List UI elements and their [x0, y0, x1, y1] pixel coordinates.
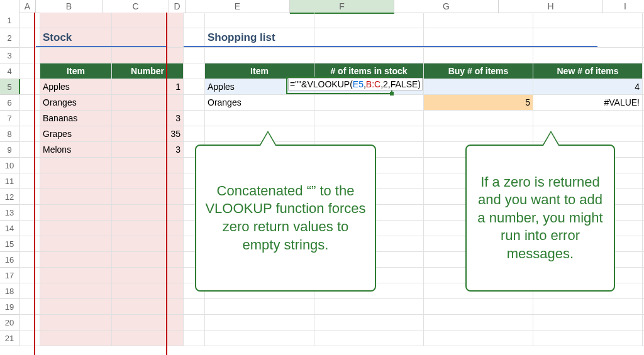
cell-B15[interactable] — [40, 236, 112, 252]
cell-A15[interactable] — [19, 236, 40, 252]
cell-C19[interactable] — [112, 299, 184, 315]
row-header-20[interactable]: 20 — [0, 315, 19, 330]
cell-C10[interactable] — [112, 158, 184, 173]
cell-G2[interactable] — [424, 28, 533, 48]
cell-G3[interactable] — [424, 48, 533, 63]
cell-D6[interactable] — [184, 95, 205, 111]
cell-C3[interactable] — [112, 48, 184, 63]
cell-F20[interactable] — [314, 315, 424, 330]
row-header-6[interactable]: 6 — [0, 95, 19, 111]
cell-B14[interactable] — [40, 221, 112, 236]
cell-G4[interactable]: Buy # of items — [424, 63, 533, 79]
cell-C8[interactable]: 35 — [112, 126, 184, 142]
cell-A14[interactable] — [19, 221, 40, 236]
cell-F21[interactable] — [314, 330, 424, 346]
col-header-A[interactable]: A — [19, 0, 36, 13]
cell-D2[interactable] — [184, 28, 205, 48]
cell-D4[interactable] — [184, 63, 205, 79]
cell-A21[interactable] — [19, 330, 40, 346]
cell-B10[interactable] — [40, 158, 112, 173]
cell-G6[interactable]: 5 — [424, 95, 533, 111]
cell-A5[interactable] — [19, 79, 40, 95]
cell-C20[interactable] — [112, 315, 184, 330]
cell-F6[interactable] — [314, 95, 424, 111]
cell-A3[interactable] — [19, 48, 40, 63]
cell-D19[interactable] — [184, 299, 205, 315]
cell-E3[interactable] — [205, 48, 314, 63]
row-header-9[interactable]: 9 — [0, 142, 19, 158]
cell-C9[interactable]: 3 — [112, 142, 184, 158]
cell-D8[interactable] — [184, 126, 205, 142]
cell-C16[interactable] — [112, 252, 184, 268]
cell-B5[interactable]: Apples — [40, 79, 112, 95]
cell-H21[interactable] — [533, 330, 643, 346]
cell-E4[interactable]: Item — [205, 63, 314, 79]
cell-G5[interactable] — [424, 79, 533, 95]
cell-H3[interactable] — [533, 48, 643, 63]
cell-F7[interactable] — [314, 111, 424, 126]
cell-B19[interactable] — [40, 299, 112, 315]
cell-E21[interactable] — [205, 330, 314, 346]
row-header-21[interactable]: 21 — [0, 330, 19, 346]
col-header-C[interactable]: C — [103, 0, 169, 13]
cell-B11[interactable] — [40, 173, 112, 189]
cell-E19[interactable] — [205, 299, 314, 315]
cell-F4[interactable]: # of items in stock — [314, 63, 424, 79]
formula-edit-overlay[interactable]: =""&VLOOKUP(E5,B:C,2,FALSE) — [288, 78, 423, 90]
cell-B4[interactable]: Item — [40, 63, 112, 79]
row-header-13[interactable]: 13 — [0, 205, 19, 221]
cell-C7[interactable]: 3 — [112, 111, 184, 126]
cell-A1[interactable] — [19, 13, 40, 28]
cell-A2[interactable] — [19, 28, 40, 48]
cell-B3[interactable] — [40, 48, 112, 63]
cell-A13[interactable] — [19, 205, 40, 221]
cell-E6[interactable]: Oranges — [205, 95, 314, 111]
col-header-H[interactable]: H — [499, 0, 603, 13]
col-header-G[interactable]: G — [394, 0, 499, 13]
cell-C21[interactable] — [112, 330, 184, 346]
cell-G19[interactable] — [424, 299, 533, 315]
row-header-4[interactable]: 4 — [0, 63, 19, 79]
cell-F8[interactable] — [314, 126, 424, 142]
row-header-10[interactable]: 10 — [0, 158, 19, 173]
cell-G8[interactable] — [424, 126, 533, 142]
cell-C5[interactable]: 1 — [112, 79, 184, 95]
cell-A7[interactable] — [19, 111, 40, 126]
cell-B1[interactable] — [40, 13, 112, 28]
cell-F3[interactable] — [314, 48, 424, 63]
cell-A4[interactable] — [19, 63, 40, 79]
cell-A8[interactable] — [19, 126, 40, 142]
cell-E7[interactable] — [205, 111, 314, 126]
cell-C18[interactable] — [112, 283, 184, 299]
col-header-I[interactable]: I — [603, 0, 644, 13]
cell-C15[interactable] — [112, 236, 184, 252]
col-header-F[interactable]: F — [290, 0, 394, 14]
cell-B2[interactable]: Stock — [40, 28, 112, 48]
cell-H4[interactable]: New # of items — [533, 63, 643, 79]
cell-E1[interactable] — [205, 13, 314, 28]
col-header-B[interactable]: B — [36, 0, 103, 13]
cell-D20[interactable] — [184, 315, 205, 330]
cell-B12[interactable] — [40, 189, 112, 205]
cell-C2[interactable] — [112, 28, 184, 48]
cell-H6[interactable]: #VALUE! — [533, 95, 643, 111]
cell-C13[interactable] — [112, 205, 184, 221]
cell-D7[interactable] — [184, 111, 205, 126]
cell-B13[interactable] — [40, 205, 112, 221]
row-header-3[interactable]: 3 — [0, 48, 19, 63]
cell-E20[interactable] — [205, 315, 314, 330]
cell-H7[interactable] — [533, 111, 643, 126]
cell-H1[interactable] — [533, 13, 643, 28]
cell-A17[interactable] — [19, 268, 40, 283]
row-header-16[interactable]: 16 — [0, 252, 19, 268]
cell-B7[interactable]: Bananas — [40, 111, 112, 126]
col-header-D[interactable]: D — [169, 0, 186, 13]
cell-H2[interactable] — [533, 28, 643, 48]
cell-A9[interactable] — [19, 142, 40, 158]
cell-A19[interactable] — [19, 299, 40, 315]
row-header-14[interactable]: 14 — [0, 221, 19, 236]
cell-C14[interactable] — [112, 221, 184, 236]
row-header-1[interactable]: 1 — [0, 13, 19, 28]
cell-B16[interactable] — [40, 252, 112, 268]
row-header-15[interactable]: 15 — [0, 236, 19, 252]
